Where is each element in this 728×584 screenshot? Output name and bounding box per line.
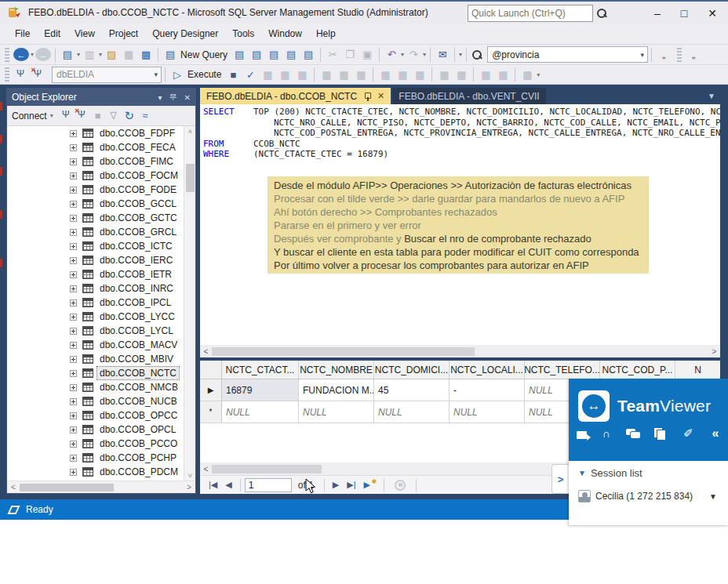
connect-button[interactable]: Connect ▾: [12, 111, 54, 122]
cut-icon[interactable]: ✂: [325, 47, 340, 63]
toolbar-grip[interactable]: [5, 48, 9, 62]
expand-plus-icon[interactable]: [70, 144, 77, 151]
undo-icon[interactable]: ↶: [384, 47, 399, 63]
expand-plus-icon[interactable]: [70, 441, 77, 448]
expand-plus-icon[interactable]: [70, 314, 77, 321]
tab-vent-cvii[interactable]: FEBO.dbELDIA - dbo.VENT_CVII: [392, 88, 545, 104]
client-statistics-icon[interactable]: ▦: [353, 67, 369, 82]
save-icon[interactable]: ▦: [121, 47, 136, 63]
expand-plus-icon[interactable]: [70, 328, 77, 335]
redo-icon[interactable]: ↷: [406, 47, 421, 63]
intellisense-icon[interactable]: ▦: [318, 67, 334, 82]
tree-item-table[interactable]: dbo.CCOB_FIMC: [7, 154, 195, 169]
expand-plus-icon[interactable]: [70, 299, 77, 307]
expand-plus-icon[interactable]: [70, 356, 77, 363]
session-dropdown-icon[interactable]: ▼: [709, 492, 717, 501]
panel-close-icon[interactable]: ✕: [184, 93, 191, 102]
expand-plus-icon[interactable]: [70, 285, 77, 292]
menu-edit[interactable]: Edit: [37, 25, 67, 42]
navigate-back-icon[interactable]: ←: [13, 48, 29, 61]
whiteboard-icon[interactable]: ✐: [680, 427, 696, 440]
tree-item-table[interactable]: dbo.CCOB_NMCB: [7, 380, 195, 394]
tree-item-table[interactable]: dbo.CCOB_LYCL: [7, 324, 195, 338]
scrollbar-thumb[interactable]: [186, 164, 195, 192]
refresh-icon[interactable]: ↻: [122, 108, 136, 124]
tree-item-table[interactable]: dbo.CCOB_PCHP: [7, 451, 195, 465]
expand-plus-icon[interactable]: [70, 257, 77, 264]
tree-item-table[interactable]: dbo.CCOB_PDCM: [7, 465, 195, 479]
column-header[interactable]: NCTC_NOMBRE: [299, 361, 374, 379]
tree-item-table[interactable]: dbo.CCOB_MBIV: [7, 352, 195, 366]
estimated-plan-icon[interactable]: ▦: [260, 67, 275, 82]
results-to-file-icon[interactable]: ▦: [412, 67, 428, 82]
table-cell[interactable]: NULL: [222, 401, 299, 423]
object-explorer-hscrollbar[interactable]: < >: [7, 481, 195, 493]
parameter-combo[interactable]: @provincia ▾: [487, 46, 648, 63]
results-to-text-icon[interactable]: ▦: [377, 67, 393, 82]
table-cell[interactable]: NULL: [299, 401, 374, 423]
oe-stop-icon[interactable]: ■: [91, 108, 105, 124]
tree-item-table[interactable]: dbo.CCOB_FODE: [7, 183, 195, 197]
row-selector-header[interactable]: [200, 361, 222, 379]
toolbar-grip[interactable]: [5, 67, 9, 82]
tree-item-table[interactable]: dbo.CCOB_PCCO: [7, 437, 195, 451]
pin-icon[interactable]: [364, 92, 371, 101]
quick-launch-box[interactable]: [468, 5, 593, 22]
tab-ccob-nctc[interactable]: FEBO.dbELDIA - dbo.CCOB_NCTC ✕: [200, 88, 391, 104]
table-cell[interactable]: -: [450, 379, 525, 401]
new-project-icon[interactable]: ▤: [60, 47, 75, 63]
database-combo[interactable]: dbELDIA ▾: [52, 67, 162, 83]
paste-icon[interactable]: ▣: [359, 47, 375, 63]
toolbar-overflow-icon[interactable]: „: [686, 47, 701, 63]
expand-plus-icon[interactable]: [70, 158, 77, 165]
object-explorer-vscrollbar[interactable]: ˄ ˅: [184, 126, 195, 482]
tree-item-table[interactable]: dbo.CCOB_FDPF: [7, 126, 195, 140]
navigate-forward-icon[interactable]: →: [35, 48, 51, 61]
table-cell[interactable]: 45: [374, 379, 450, 401]
undo-dropdown-icon[interactable]: ▾: [401, 51, 404, 58]
expand-plus-icon[interactable]: [70, 172, 77, 180]
tree-item-table[interactable]: dbo.CCOB_IERC: [7, 253, 195, 267]
expand-plus-icon[interactable]: [70, 215, 77, 222]
new-project-dropdown-icon[interactable]: ▾: [77, 51, 80, 58]
scroll-left-icon[interactable]: <: [200, 347, 212, 356]
toolbar-dropdown-icon[interactable]: ▾: [459, 51, 462, 58]
first-page-button[interactable]: |◀: [209, 480, 217, 490]
collapse-icon[interactable]: «: [708, 427, 723, 440]
row-selector[interactable]: ▶: [200, 379, 222, 401]
object-explorer-titlebar[interactable]: Object Explorer ▾ 무 ✕: [7, 89, 195, 106]
dax-query-icon[interactable]: ▤: [300, 47, 316, 63]
quick-launch-input[interactable]: [468, 8, 596, 19]
expand-plus-icon[interactable]: [70, 384, 77, 391]
expand-plus-icon[interactable]: [70, 469, 77, 476]
move-to-new-row-button[interactable]: ▶: [364, 480, 370, 490]
tree-item-table[interactable]: dbo.CCOB_FOCM: [7, 169, 195, 183]
combo-dropdown-icon[interactable]: ▾: [638, 51, 648, 59]
tab-overflow-icon[interactable]: ▼: [708, 92, 720, 100]
close-button[interactable]: ✕: [708, 2, 717, 25]
sql-editor[interactable]: SELECTTOP (200) NCTC_CTACTE_CTEC, NCTC_N…: [200, 104, 720, 345]
cancel-query-icon[interactable]: ■: [225, 67, 241, 82]
menu-project[interactable]: Project: [102, 25, 145, 42]
last-page-button[interactable]: ▶|: [347, 480, 355, 490]
tree-item-table[interactable]: dbo.CCOB_ICTC: [7, 239, 195, 253]
copy-icon[interactable]: ❐: [342, 47, 358, 63]
combo-dropdown-icon[interactable]: ▾: [151, 71, 161, 78]
stop-retrieval-button[interactable]: [395, 480, 406, 491]
tree-item-table[interactable]: dbo.CCOB_IPCL: [7, 296, 195, 310]
xmla-query-icon[interactable]: ▤: [283, 47, 299, 63]
menu-query-designer[interactable]: Query Designer: [145, 25, 225, 42]
tree-item-table[interactable]: dbo.CCOB_FECA: [7, 140, 195, 154]
comment-icon[interactable]: ▦: [436, 67, 452, 82]
scroll-left-icon[interactable]: <: [200, 465, 212, 473]
scrollbar-thumb[interactable]: [20, 484, 114, 492]
include-actual-plan-icon[interactable]: ▦: [336, 67, 351, 82]
column-header[interactable]: NCTC_CTACT...: [222, 361, 299, 379]
expand-plus-icon[interactable]: [70, 426, 77, 433]
expand-plus-icon[interactable]: [70, 398, 77, 405]
expand-plus-icon[interactable]: [70, 243, 77, 250]
outdent-icon[interactable]: ▦: [478, 67, 493, 82]
session-list-header[interactable]: ▼ Session list: [578, 467, 728, 479]
execute-icon[interactable]: ▷: [169, 67, 185, 82]
menu-help[interactable]: Help: [309, 25, 343, 42]
